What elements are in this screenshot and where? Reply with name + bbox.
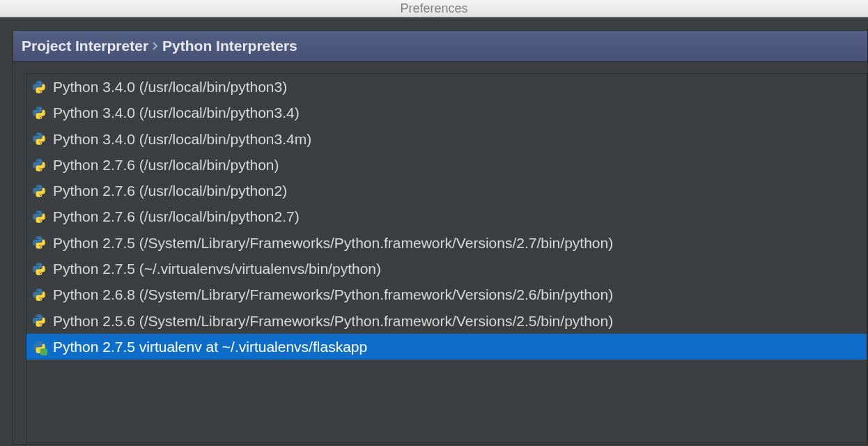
interpreter-row[interactable]: Python 3.4.0 (/usr/local/bin/python3.4) <box>26 100 867 125</box>
python-icon <box>32 158 46 172</box>
python-icon <box>32 288 46 302</box>
interpreter-row[interactable]: Python 2.7.6 (/usr/local/bin/python) <box>26 152 867 178</box>
python-icon <box>32 80 46 94</box>
python-icon <box>32 262 46 276</box>
interpreter-row[interactable]: Python 2.7.5 (~/.virtualenvs/virtualenvs… <box>26 256 867 282</box>
window-title: Preferences <box>400 1 467 16</box>
interpreter-row[interactable]: Python 3.4.0 (/usr/local/bin/python3.4m) <box>26 126 867 152</box>
python-icon <box>32 210 46 224</box>
python-icon <box>32 132 46 146</box>
python-icon <box>32 236 46 249</box>
python-icon <box>32 106 46 120</box>
interpreter-row[interactable]: Python 2.7.5 (/System/Library/Frameworks… <box>26 230 867 256</box>
interpreter-label: Python 2.7.5 virtualenv at ~/.virtualenv… <box>53 337 367 356</box>
interpreter-list: Python 3.4.0 (/usr/local/bin/python3) Py… <box>26 73 867 443</box>
window-title-bar: Preferences <box>0 0 868 17</box>
preferences-panel: Project Interpreter Python Interpreters … <box>13 30 868 445</box>
interpreter-label: Python 3.4.0 (/usr/local/bin/python3.4m) <box>53 130 311 148</box>
interpreter-row[interactable]: Python 2.7.6 (/usr/local/bin/python2.7) <box>26 203 867 229</box>
interpreter-row[interactable]: Python 2.7.6 (/usr/local/bin/python2) <box>26 178 867 203</box>
breadcrumb: Project Interpreter Python Interpreters <box>13 31 867 62</box>
python-icon <box>32 314 46 328</box>
python-virtualenv-icon <box>32 340 46 354</box>
breadcrumb-part-2[interactable]: Python Interpreters <box>162 38 297 54</box>
interpreter-label: Python 3.4.0 (/usr/local/bin/python3.4) <box>53 103 300 122</box>
interpreter-row[interactable]: Python 2.6.8 (/System/Library/Frameworks… <box>26 282 867 307</box>
interpreter-label: Python 3.4.0 (/usr/local/bin/python3) <box>53 77 287 96</box>
interpreter-label: Python 2.7.6 (/usr/local/bin/python) <box>53 155 279 174</box>
interpreter-label: Python 2.5.6 (/System/Library/Frameworks… <box>53 312 613 330</box>
breadcrumb-part-1[interactable]: Project Interpreter <box>22 38 148 54</box>
interpreter-label: Python 2.7.6 (/usr/local/bin/python2.7) <box>53 207 300 226</box>
chevron-right-icon <box>153 42 158 50</box>
interpreter-row[interactable]: Python 2.7.5 virtualenv at ~/.virtualenv… <box>26 334 867 360</box>
interpreter-row[interactable]: Python 3.4.0 (/usr/local/bin/python3) <box>26 74 867 100</box>
python-icon <box>32 184 46 198</box>
interpreter-row[interactable]: Python 2.5.6 (/System/Library/Frameworks… <box>26 308 867 334</box>
interpreter-label: Python 2.7.5 (~/.virtualenvs/virtualenvs… <box>53 259 381 278</box>
interpreter-label: Python 2.7.5 (/System/Library/Frameworks… <box>53 233 613 252</box>
interpreter-label: Python 2.7.6 (/usr/local/bin/python2) <box>53 181 287 200</box>
interpreter-label: Python 2.6.8 (/System/Library/Frameworks… <box>53 285 613 304</box>
